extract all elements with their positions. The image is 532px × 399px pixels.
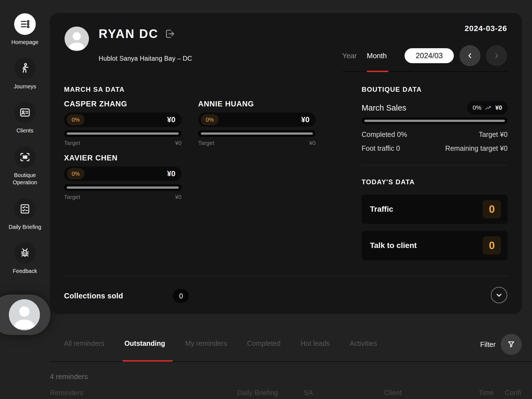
tab-activities[interactable]: Activities [350,339,377,347]
collections-row: Collections sold 0 [64,289,189,303]
traffic-label: Traffic [370,205,393,214]
boutique-subtitle: Hublot Sanya Haitang Bay – DC [99,55,192,62]
target-value: ¥0 [175,140,181,146]
target-value: ¥0 [309,140,316,146]
sa-percent-badge: 0% [67,114,85,125]
contact-card-icon [14,102,36,123]
sidebar-item-label: Homepage [11,39,39,46]
chevron-left-icon [466,52,474,59]
tab-my-reminders[interactable]: My reminders [185,339,227,347]
target-value: ¥0 [175,194,181,200]
collections-count-badge: 0 [173,289,189,303]
sidebar: Homepage Journeys Clients [0,0,50,399]
column-sa: SA [304,389,313,397]
tab-outstanding[interactable]: Outstanding [124,339,165,347]
progress-track [201,132,313,135]
target-label: Target [64,140,80,146]
target-label: Target [64,194,80,200]
boutique-progress-bar [362,117,508,124]
tab-hot-leads[interactable]: Hot leads [300,339,330,347]
period-selector: Year Month 2024/03 [342,45,507,66]
walking-person-icon [14,58,36,79]
next-period-button[interactable] [486,45,507,66]
talk-to-client-card[interactable]: Talk to client 0 [362,231,508,260]
month-sales-label: March Sales [362,103,406,112]
sa-name: ANNIE HUANG [198,100,316,108]
sa-name: XAVIER CHEN [64,154,181,162]
bug-icon [14,242,36,264]
dashboard-card: RYAN DC Hublot Sanya Haitang Bay – DC 20… [50,13,522,314]
tab-year[interactable]: Year [342,52,357,60]
column-client: Client [384,389,402,397]
reminders-count: 4 reminders [50,372,88,381]
sa-section-title: MARCH SA DATA [64,86,125,93]
tab-month[interactable]: Month [367,52,387,60]
filter-button[interactable] [501,334,522,355]
sales-percent: 0% [473,104,482,111]
sidebar-item-label: Feedback [13,267,37,275]
sa-progress-bar [64,130,181,137]
active-tab-underline [122,360,173,362]
progress-track [67,132,179,135]
sa-value-card: 0% ¥0 [64,112,181,127]
month-active-underline [367,71,388,72]
traffic-value: 0 [483,200,501,218]
target-stat: Target ¥0 [479,131,508,139]
sidebar-item-feedback[interactable]: Feedback [0,242,50,275]
collections-label: Collections sold [64,292,123,300]
sidebar-item-daily-briefing[interactable]: Daily Briefing [0,198,50,231]
logout-icon[interactable] [164,28,176,40]
sidebar-item-homepage[interactable]: Homepage [0,13,50,46]
tab-bar-border [50,361,532,362]
progress-track [67,186,179,189]
sa-entry: XAVIER CHEN 0% ¥0 Target ¥0 [64,154,181,200]
sa-amount: ¥0 [167,170,175,178]
checklist-icon [14,198,36,220]
traffic-card[interactable]: Traffic 0 [362,195,508,224]
sa-value-card: 0% ¥0 [198,112,316,127]
profile-avatar [65,27,89,51]
menu-list-icon [14,13,36,35]
sa-entry: ANNIE HUANG 0% ¥0 Target ¥0 [198,100,316,146]
page-title: RYAN DC [99,27,158,41]
period-value-picker[interactable]: 2024/03 [405,48,454,63]
barcode-scan-icon [14,146,36,168]
target-label: Target [198,140,214,146]
talk-to-client-value: 0 [483,236,501,255]
talk-to-client-label: Talk to client [370,241,417,250]
sales-summary-pill: 0% ¥0 [467,101,508,114]
sales-amount: ¥0 [495,104,502,111]
column-time: Time [479,389,494,397]
tab-all-reminders[interactable]: All reminders [64,339,104,347]
expand-collections-button[interactable] [491,287,507,303]
sa-progress-bar [64,184,181,191]
sidebar-item-label: Boutique Operation [6,172,44,186]
current-date: 2024-03-26 [465,24,507,33]
funnel-icon [507,340,516,349]
column-daily-briefing: Daily Briefing [237,389,278,397]
today-section-title: TODAY'S DATA [362,178,415,186]
sidebar-item-label: Journeys [14,83,36,90]
tab-completed[interactable]: Completed [247,339,281,347]
filter-label: Filter [480,341,496,349]
sidebar-item-boutique-operation[interactable]: Boutique Operation [0,146,50,186]
collections-divider [64,276,508,276]
sidebar-avatar [9,299,40,330]
column-confirm: Confi [505,389,521,397]
sa-percent-badge: 0% [67,168,85,179]
chevron-right-icon [493,52,500,59]
foot-traffic-stat: Foot traffic 0 [362,144,400,152]
completed-stat: Completed 0% [362,131,407,139]
sa-amount: ¥0 [167,116,175,124]
reminders-table-header: Reminders Daily Briefing SA Client Time … [0,389,532,399]
sa-value-card: 0% ¥0 [64,167,181,181]
sidebar-item-journeys[interactable]: Journeys [0,58,50,90]
sa-entry: CASPER ZHANG 0% ¥0 Target ¥0 [64,100,181,146]
sidebar-item-label: Daily Briefing [9,223,41,231]
sidebar-item-clients[interactable]: Clients [0,102,50,134]
sidebar-user-capsule[interactable] [0,295,50,335]
sa-amount: ¥0 [301,116,310,124]
previous-period-button[interactable] [459,45,480,66]
reminders-tab-bar: All reminders Outstanding My reminders C… [64,339,377,347]
sa-percent-badge: 0% [201,114,219,125]
